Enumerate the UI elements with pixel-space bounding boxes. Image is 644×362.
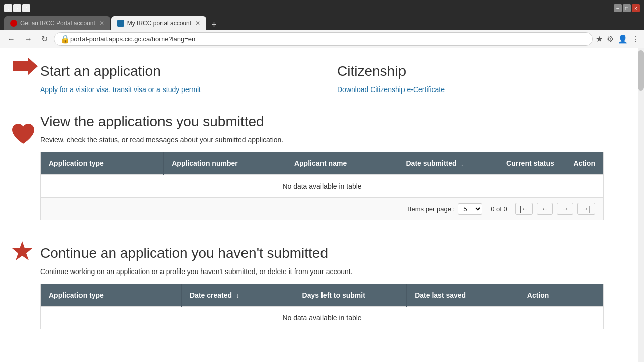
submitted-table: Application type Application number Appl… — [41, 152, 603, 197]
svg-marker-1 — [12, 241, 32, 260]
nav-chevron-down-title[interactable]: ˅ — [22, 4, 30, 12]
col2-header-app-type[interactable]: Application type — [41, 284, 182, 307]
items-per-page-select[interactable]: 5 10 25 — [458, 203, 482, 215]
scrollbar[interactable] — [638, 48, 644, 362]
col-header-app-name[interactable]: Applicant name — [286, 152, 397, 175]
nav-chevron-left-title[interactable]: ‹ — [4, 4, 12, 12]
last-page-button[interactable]: →| — [577, 203, 595, 215]
col2-header-date-saved[interactable]: Date last saved — [407, 284, 519, 307]
heart-decoration — [11, 124, 35, 147]
col2-header-action[interactable]: Action — [519, 284, 603, 307]
address-text: portal-portail.apps.cic.gc.ca/home?lang=… — [70, 35, 586, 43]
citizenship-section: Citizenship Download Citizenship e-Certi… — [337, 53, 604, 94]
date-submitted-sort-icon[interactable]: ↓ — [461, 160, 464, 167]
page-content: Start an application Apply for a visitor… — [0, 48, 644, 362]
extensions-icon[interactable]: ⚙ — [607, 34, 614, 44]
new-tab-button[interactable]: + — [207, 20, 221, 30]
tab1-label: Get an IRCC Portal account — [20, 20, 95, 27]
prev-page-button[interactable]: ← — [537, 203, 553, 215]
pagination-row: Items per page : 5 10 25 0 of 0 |← ← → →… — [41, 197, 603, 220]
items-per-page-label: Items per page : — [408, 205, 455, 213]
col-header-app-num[interactable]: Application number — [164, 152, 286, 175]
lock-icon: 🔒 — [60, 34, 70, 44]
continue-application-section: Continue an application you haven't subm… — [40, 235, 604, 329]
continue-section-desc: Continue working on an application or a … — [40, 267, 604, 276]
continue-table: Application type Date created ↓ Days lef… — [41, 284, 603, 329]
continue-section-title: Continue an application you haven't subm… — [40, 235, 604, 261]
submitted-section-title: View the applications you submitted — [40, 104, 604, 130]
date-created-label: Date created — [190, 291, 232, 299]
visitor-visa-link[interactable]: Apply for a visitor visa, transit visa o… — [40, 85, 201, 94]
tab2-close-icon[interactable]: ✕ — [195, 20, 200, 27]
browser-tab-2[interactable]: My IRCC portal account ✕ — [111, 16, 206, 30]
col-header-status[interactable]: Current status — [498, 152, 565, 175]
profile-icon[interactable]: 👤 — [618, 34, 628, 44]
star-decoration — [11, 240, 33, 264]
col-header-date-submitted[interactable]: Date submitted ↓ — [397, 152, 498, 175]
citizenship-link[interactable]: Download Citizenship e-Certificate — [337, 85, 445, 94]
tab1-favicon — [10, 20, 17, 27]
submitted-no-data-cell: No data available in table — [41, 175, 603, 198]
bookmarks-icon[interactable]: ★ — [596, 34, 603, 44]
date-submitted-label: Date submitted — [406, 159, 456, 167]
items-per-page-container: Items per page : 5 10 25 — [408, 203, 482, 215]
col-header-app-type[interactable]: Application type — [41, 152, 164, 175]
nav-chevron-right-title[interactable]: › — [13, 4, 21, 12]
window-close-button[interactable]: × — [632, 4, 640, 12]
forward-button[interactable]: → — [21, 34, 35, 45]
scrollbar-thumb[interactable] — [638, 50, 644, 90]
citizenship-title: Citizenship — [337, 53, 604, 79]
window-minimize-button[interactable]: − — [614, 4, 622, 12]
tab1-close-icon[interactable]: ✕ — [99, 20, 104, 27]
first-page-button[interactable]: |← — [515, 203, 533, 215]
back-button[interactable]: ← — [4, 34, 18, 45]
tab2-label: My IRCC portal account — [127, 20, 191, 27]
submitted-no-data-row: No data available in table — [41, 175, 603, 198]
start-section-title: Start an application — [40, 53, 307, 79]
submitted-section-desc: Review, check the status, or read messag… — [40, 136, 604, 144]
menu-icon[interactable]: ⋮ — [632, 34, 640, 44]
col-header-action[interactable]: Action — [565, 152, 603, 175]
page-info: 0 of 0 — [491, 205, 507, 213]
col2-header-date-created[interactable]: Date created ↓ — [182, 284, 294, 307]
submitted-applications-section: View the applications you submitted Revi… — [40, 104, 604, 220]
start-application-section: Start an application Apply for a visitor… — [40, 53, 307, 94]
date-created-sort-icon[interactable]: ↓ — [236, 292, 239, 299]
browser-tab-1[interactable]: Get an IRCC Portal account ✕ — [4, 16, 110, 30]
col2-header-days-left[interactable]: Days left to submit — [294, 284, 407, 307]
next-page-button[interactable]: → — [557, 203, 573, 215]
continue-table-wrapper: Application type Date created ↓ Days lef… — [40, 284, 604, 329]
arrow-decoration — [13, 57, 38, 77]
tab2-favicon — [117, 20, 124, 27]
svg-marker-0 — [13, 57, 38, 75]
address-bar[interactable]: 🔒 portal-portail.apps.cic.gc.ca/home?lan… — [54, 32, 593, 46]
submitted-table-wrapper: Application type Application number Appl… — [40, 152, 604, 220]
continue-no-data-row: No data available in table — [41, 307, 603, 329]
continue-no-data-cell: No data available in table — [41, 307, 603, 329]
refresh-button[interactable]: ↻ — [38, 33, 51, 45]
window-maximize-button[interactable]: □ — [623, 4, 631, 12]
